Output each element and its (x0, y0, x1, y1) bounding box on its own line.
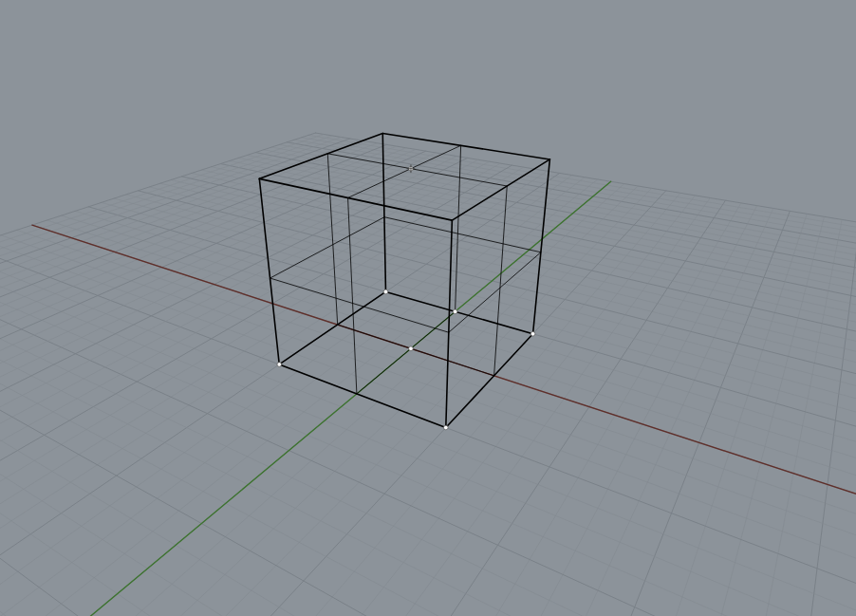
grid-line (0, 316, 856, 616)
cube-iso (494, 186, 508, 376)
viewport-3d[interactable] (0, 0, 856, 616)
grid-line (181, 177, 856, 414)
cube-edge[interactable] (279, 291, 385, 364)
vertex-point[interactable] (443, 425, 448, 430)
grid-line (17, 230, 856, 616)
cube-iso (384, 217, 541, 252)
grid-line (0, 186, 638, 616)
grid-line (0, 149, 416, 616)
grid-line (0, 264, 856, 616)
grid-line (126, 195, 856, 494)
cube-iso (348, 197, 357, 393)
grid-line (0, 252, 856, 616)
grid-line (0, 203, 741, 616)
vertex-point[interactable] (409, 346, 414, 351)
cube-iso (357, 311, 456, 394)
grid-line (0, 387, 856, 616)
vertex-point[interactable] (530, 331, 535, 336)
grid-line (0, 157, 456, 616)
cube-edge[interactable] (279, 364, 446, 428)
grid-line (0, 214, 807, 616)
grid-line (0, 144, 387, 607)
grid-line (0, 165, 512, 616)
grid-line (32, 225, 856, 616)
grid-line (0, 258, 856, 616)
grid-line (308, 135, 856, 271)
grid-line (315, 133, 856, 264)
grid-line (220, 164, 856, 364)
vertex-point[interactable] (453, 309, 457, 314)
grid-line (247, 155, 856, 333)
grid-line (0, 401, 856, 616)
cube-iso (270, 278, 449, 332)
grid-line (0, 167, 524, 616)
grid-line (0, 139, 350, 545)
grid-line (0, 153, 436, 616)
grid-line (0, 148, 406, 616)
grid-line (0, 196, 695, 616)
cube-edge[interactable] (385, 291, 532, 333)
grid-line (0, 140, 359, 560)
grid-line (0, 344, 856, 616)
vertex-point[interactable] (277, 363, 282, 367)
grid-line (0, 354, 856, 616)
grid-line (202, 170, 856, 387)
cube-edge[interactable] (446, 334, 533, 428)
grid-line (0, 176, 572, 616)
grid-line (0, 376, 856, 616)
scene-canvas[interactable] (0, 0, 856, 616)
grid-line (0, 211, 790, 616)
vertex-point[interactable] (383, 289, 388, 294)
grid-line (1, 235, 856, 616)
cube-edge[interactable] (446, 220, 453, 427)
grid-line (0, 188, 652, 616)
grid-line (0, 143, 378, 590)
axis-y (0, 348, 411, 616)
grid-line (149, 187, 856, 458)
grid-line (0, 216, 825, 616)
grid-line (0, 158, 468, 616)
